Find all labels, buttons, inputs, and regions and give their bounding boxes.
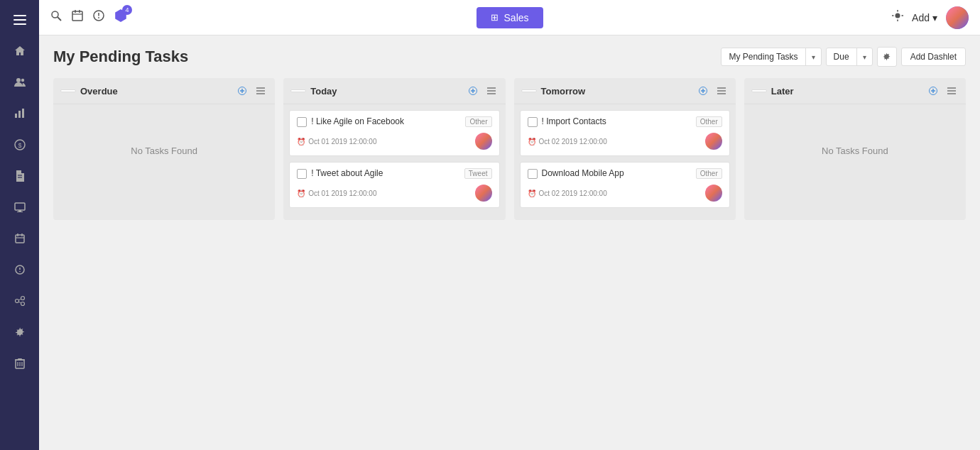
calendar-icon[interactable] xyxy=(72,10,83,25)
topbar-right: Add ▾ xyxy=(892,6,969,29)
sidebar-item-monitor[interactable] xyxy=(7,194,33,220)
svg-point-3 xyxy=(16,78,21,82)
svg-rect-13 xyxy=(18,210,21,212)
task-title: ! Import Contacts xyxy=(542,116,692,126)
column-overdue: Overdue No Tasks Found xyxy=(53,78,275,220)
task-tag: Tweet xyxy=(464,168,492,179)
today-add-icon[interactable] xyxy=(466,84,480,98)
task-tag: Other xyxy=(696,168,722,179)
svg-point-34 xyxy=(52,11,58,18)
svg-rect-36 xyxy=(72,11,82,21)
task-datetime: Oct 01 2019 12:00:00 xyxy=(308,138,376,146)
sidebar-item-menu[interactable] xyxy=(7,7,33,33)
task-card: Download Mobile App Other ⏰ Oct 02 2019 … xyxy=(520,162,730,208)
task-time: ⏰ Oct 01 2019 12:00:00 xyxy=(297,190,376,197)
svg-point-23 xyxy=(21,297,24,300)
task-checkbox[interactable] xyxy=(297,169,307,179)
svg-rect-12 xyxy=(15,203,25,210)
task-card: ! Tweet about Agile Tweet ⏰ Oct 01 2019 … xyxy=(289,162,499,208)
task-checkbox[interactable] xyxy=(528,169,538,179)
today-title: Today xyxy=(310,86,461,97)
sidebar-item-integrations[interactable] xyxy=(7,288,33,314)
task-title: ! Like Agile on Facebook xyxy=(311,116,461,126)
task-card: ! Like Agile on Facebook Other ⏰ Oct 01 … xyxy=(289,110,499,156)
tomorrow-title: Tomorrow xyxy=(541,86,692,97)
due-select[interactable]: Due ▾ xyxy=(826,48,873,66)
sidebar-item-settings[interactable] xyxy=(7,319,33,345)
sidebar-item-home[interactable] xyxy=(7,38,33,64)
later-expand-icon[interactable] xyxy=(944,84,959,98)
sidebar-item-finance[interactable]: $ xyxy=(7,132,33,158)
main-content: 4 ⊞ Sales Add ▾ My Pending Tasks xyxy=(39,0,980,450)
overdue-count xyxy=(60,89,76,92)
clock-icon: ⏰ xyxy=(297,190,305,197)
svg-point-43 xyxy=(895,13,900,18)
filter-select-arrow-icon[interactable]: ▾ xyxy=(806,50,821,65)
header-controls: My Pending Tasks ▾ Due ▾ Add Dashlet xyxy=(721,47,966,67)
page-content: My Pending Tasks My Pending Tasks ▾ Due … xyxy=(39,35,980,450)
task-card-top: ! Tweet about Agile Tweet xyxy=(297,168,491,179)
later-body: No Tasks Found xyxy=(744,104,966,197)
module-icon[interactable]: 4 xyxy=(114,9,127,26)
svg-line-25 xyxy=(18,299,21,300)
brightness-icon[interactable] xyxy=(892,10,903,25)
column-today: Today ! Like Agile on Facebook Oth xyxy=(283,78,505,220)
svg-point-24 xyxy=(21,302,24,306)
column-tomorrow: Tomorrow ! Import Contacts Other xyxy=(514,78,736,220)
svg-rect-14 xyxy=(17,212,23,212)
filter-select[interactable]: My Pending Tasks ▾ xyxy=(721,48,821,66)
svg-rect-2 xyxy=(13,23,26,25)
column-overdue-header: Overdue xyxy=(53,78,275,104)
avatar-image xyxy=(946,6,969,29)
add-button[interactable]: Add ▾ xyxy=(912,12,937,23)
task-card-bottom: ⏰ Oct 02 2019 12:00:00 xyxy=(528,133,722,150)
alert-icon[interactable] xyxy=(93,10,104,25)
svg-rect-5 xyxy=(15,114,17,118)
sidebar-item-calendar[interactable] xyxy=(7,226,33,251)
topbar: 4 ⊞ Sales Add ▾ xyxy=(39,0,980,35)
task-card-bottom: ⏰ Oct 01 2019 12:00:00 xyxy=(297,133,491,150)
today-expand-icon[interactable] xyxy=(484,84,499,98)
later-title: Later xyxy=(771,86,922,97)
sidebar: $ xyxy=(0,0,39,450)
column-later: Later No Tasks Found xyxy=(744,78,966,220)
sidebar-item-users[interactable] xyxy=(7,70,33,95)
task-card: ! Import Contacts Other ⏰ Oct 02 2019 12… xyxy=(520,110,730,156)
add-dashlet-button[interactable]: Add Dashlet xyxy=(901,48,966,66)
task-checkbox[interactable] xyxy=(528,117,538,127)
sales-button[interactable]: ⊞ Sales xyxy=(477,7,543,28)
search-icon[interactable] xyxy=(50,10,62,25)
later-add-icon[interactable] xyxy=(926,84,940,98)
sidebar-item-trash[interactable] xyxy=(7,351,33,376)
svg-point-4 xyxy=(21,79,23,82)
task-title: Download Mobile App xyxy=(542,168,692,178)
sidebar-item-reports[interactable] xyxy=(7,101,33,126)
clock-icon: ⏰ xyxy=(297,138,305,146)
svg-rect-1 xyxy=(13,19,26,21)
task-card-top: Download Mobile App Other xyxy=(528,168,722,179)
avatar[interactable] xyxy=(946,6,969,29)
sales-label: Sales xyxy=(504,12,529,23)
tomorrow-add-icon[interactable] xyxy=(696,84,710,98)
column-tomorrow-header: Tomorrow xyxy=(514,78,736,104)
task-card-top: ! Import Contacts Other xyxy=(528,116,722,127)
task-tag: Other xyxy=(696,116,722,127)
later-count xyxy=(751,89,767,92)
clock-icon: ⏰ xyxy=(528,190,536,197)
task-checkbox[interactable] xyxy=(297,117,307,127)
column-later-header: Later xyxy=(744,78,966,104)
overdue-expand-icon[interactable] xyxy=(254,84,268,98)
sidebar-item-documents[interactable] xyxy=(7,163,33,189)
dashlet-settings-button[interactable] xyxy=(877,47,897,67)
tomorrow-expand-icon[interactable] xyxy=(714,84,729,98)
overdue-title: Overdue xyxy=(80,86,231,97)
task-time: ⏰ Oct 01 2019 12:00:00 xyxy=(297,138,376,146)
svg-rect-7 xyxy=(22,109,24,118)
due-arrow-icon[interactable]: ▾ xyxy=(857,50,872,65)
task-card-bottom: ⏰ Oct 02 2019 12:00:00 xyxy=(528,185,722,202)
sidebar-item-tasks[interactable] xyxy=(7,257,33,282)
topbar-left-icons: 4 xyxy=(50,9,127,26)
overdue-add-icon[interactable] xyxy=(235,84,249,98)
svg-rect-6 xyxy=(18,111,21,118)
task-columns: Overdue No Tasks Found Today xyxy=(53,78,966,220)
